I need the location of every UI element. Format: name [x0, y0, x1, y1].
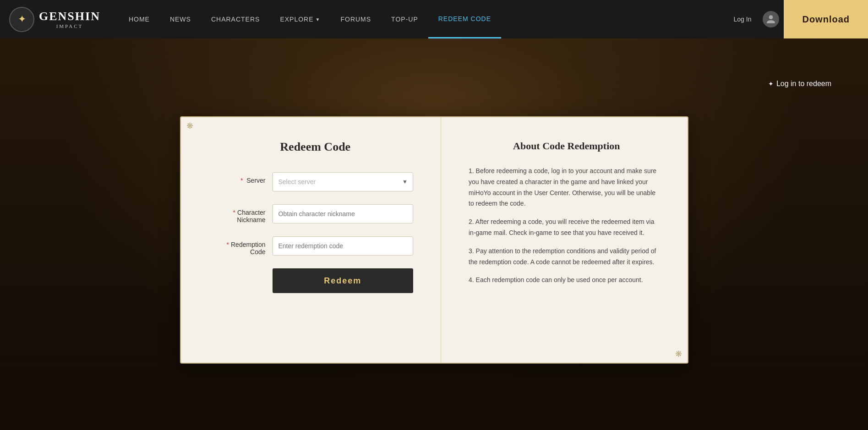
server-field-group: * Server Select server America Europe As…	[218, 172, 414, 191]
nav-forums[interactable]: FORUMS	[330, 0, 381, 38]
server-select-wrapper: Select server America Europe Asia TW/HK/…	[273, 172, 414, 191]
about-point-2: 2. After redeeming a code, you will rece…	[469, 217, 660, 239]
server-label: * Server	[218, 172, 273, 184]
code-field-group: *RedemptionCode	[218, 236, 414, 256]
nav-characters[interactable]: CHARACTERS	[201, 0, 270, 38]
logo-main-text: GENSHIN	[39, 10, 100, 23]
nickname-label: *CharacterNickname	[218, 204, 273, 223]
server-select[interactable]: Select server America Europe Asia TW/HK/…	[273, 172, 414, 191]
code-input[interactable]	[273, 236, 414, 256]
nav-redeem-code[interactable]: REDEEM CODE	[428, 0, 501, 38]
logo[interactable]: ✦ GENSHIN IMPACT	[9, 7, 100, 32]
redeem-card: Redeem Code * Server Select server Ameri…	[180, 116, 688, 364]
about-section: About Code Redemption 1. Before redeemin…	[441, 117, 688, 363]
nav-home[interactable]: HOME	[119, 0, 160, 38]
nav-topup[interactable]: TOP-UP	[381, 0, 428, 38]
about-text: 1. Before redeeming a code, log in to yo…	[469, 166, 660, 286]
about-point-1: 1. Before redeeming a code, log in to yo…	[469, 166, 660, 209]
login-button[interactable]: Log In	[727, 16, 759, 23]
login-redeem-bar: Log in to redeem	[0, 38, 868, 88]
about-point-3: 3. Pay attention to the redemption condi…	[469, 246, 660, 268]
nickname-input[interactable]	[273, 204, 414, 223]
nickname-field-group: *CharacterNickname	[218, 204, 414, 223]
avatar-icon[interactable]	[763, 11, 779, 27]
about-title: About Code Redemption	[469, 140, 665, 152]
form-title: Redeem Code	[218, 140, 414, 154]
logo-icon: ✦	[9, 7, 34, 32]
about-content[interactable]: 1. Before redeeming a code, log in to yo…	[469, 166, 665, 340]
nav-news[interactable]: NEWS	[160, 0, 201, 38]
hero-section: Log in to redeem Redeem Code * Server Se…	[0, 0, 868, 430]
navbar: ✦ GENSHIN IMPACT HOME NEWS CHARACTERS EX…	[0, 0, 868, 38]
download-button[interactable]: Download	[784, 0, 868, 38]
redeem-button[interactable]: Redeem	[273, 268, 414, 293]
nav-explore[interactable]: EXPLORE ▼	[270, 0, 330, 38]
nav-links: HOME NEWS CHARACTERS EXPLORE ▼ FORUMS TO…	[119, 0, 727, 38]
chevron-down-icon: ▼	[316, 17, 321, 22]
code-label: *RedemptionCode	[218, 236, 273, 256]
form-section: Redeem Code * Server Select server Ameri…	[181, 117, 442, 363]
nav-right: Log In Download	[727, 0, 868, 38]
login-to-redeem-button[interactable]: Log in to redeem	[768, 80, 831, 88]
about-point-4: 4. Each redemption code can only be used…	[469, 275, 660, 286]
logo-sub-text: IMPACT	[39, 23, 100, 29]
